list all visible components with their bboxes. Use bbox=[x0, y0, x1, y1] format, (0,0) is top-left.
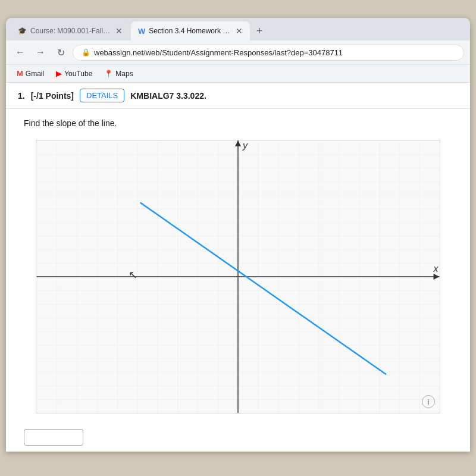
y-axis-label: y bbox=[242, 140, 248, 151]
problem-id: KMBIALG7 3.3.022. bbox=[130, 91, 206, 101]
bookmarks-bar: M Gmail ▶ YouTube 📍 Maps bbox=[6, 65, 470, 83]
gmail-label: Gmail bbox=[26, 70, 44, 78]
answer-area bbox=[6, 423, 470, 452]
problem-area: Find the slope of the line. bbox=[6, 109, 470, 423]
problem-instruction: Find the slope of the line. bbox=[24, 118, 452, 128]
details-tab[interactable]: DETAILS bbox=[80, 89, 124, 102]
address-bar[interactable]: 🔒 webassign.net/web/Student/Assignment-R… bbox=[73, 45, 464, 61]
tab2-label: Section 3.4 Homework – M090.00... bbox=[149, 27, 232, 35]
tab-1[interactable]: 🎓 Course: M090.001-Fall 2022 – Int... ✕ bbox=[11, 21, 130, 40]
address-text: webassign.net/web/Student/Assignment-Res… bbox=[94, 48, 343, 57]
youtube-label: YouTube bbox=[64, 70, 92, 78]
tab1-close[interactable]: ✕ bbox=[115, 26, 123, 36]
lock-icon: 🔒 bbox=[82, 48, 90, 57]
tab2-close[interactable]: ✕ bbox=[236, 26, 243, 36]
answer-input[interactable] bbox=[24, 429, 83, 446]
tab-bar: 🎓 Course: M090.001-Fall 2022 – Int... ✕ … bbox=[6, 18, 470, 40]
maps-icon: 📍 bbox=[104, 70, 113, 78]
bookmark-maps[interactable]: 📍 Maps bbox=[99, 68, 137, 80]
maps-label: Maps bbox=[115, 70, 133, 78]
question-number: 1. bbox=[18, 91, 25, 101]
graph-svg: x y bbox=[36, 140, 440, 413]
bookmark-gmail[interactable]: M Gmail bbox=[12, 67, 49, 80]
reload-button[interactable]: ↻ bbox=[52, 44, 69, 61]
navigation-bar: ← → ↻ 🔒 webassign.net/web/Student/Assign… bbox=[6, 40, 470, 65]
bookmark-youtube[interactable]: ▶ YouTube bbox=[51, 67, 97, 80]
info-button[interactable]: i bbox=[422, 395, 435, 408]
youtube-icon: ▶ bbox=[56, 69, 62, 78]
tab2-favicon: W bbox=[138, 27, 145, 36]
back-button[interactable]: ← bbox=[12, 44, 29, 61]
gmail-icon: M bbox=[17, 69, 23, 78]
graph-container: x y i ↖ bbox=[36, 140, 440, 414]
browser-window: 🎓 Course: M090.001-Fall 2022 – Int... ✕ … bbox=[6, 18, 470, 452]
forward-button[interactable]: → bbox=[32, 44, 49, 61]
tab1-favicon: 🎓 bbox=[18, 27, 27, 35]
x-axis-label: x bbox=[433, 264, 439, 274]
tab-2[interactable]: W Section 3.4 Homework – M090.00... ✕ bbox=[131, 21, 250, 40]
points-label: [-/1 Points] bbox=[31, 91, 74, 101]
question-header: 1. [-/1 Points] DETAILS KMBIALG7 3.3.022… bbox=[6, 83, 470, 109]
page-content: 1. [-/1 Points] DETAILS KMBIALG7 3.3.022… bbox=[6, 83, 470, 452]
tab1-label: Course: M090.001-Fall 2022 – Int... bbox=[30, 27, 112, 35]
new-tab-button[interactable]: + bbox=[251, 23, 268, 39]
